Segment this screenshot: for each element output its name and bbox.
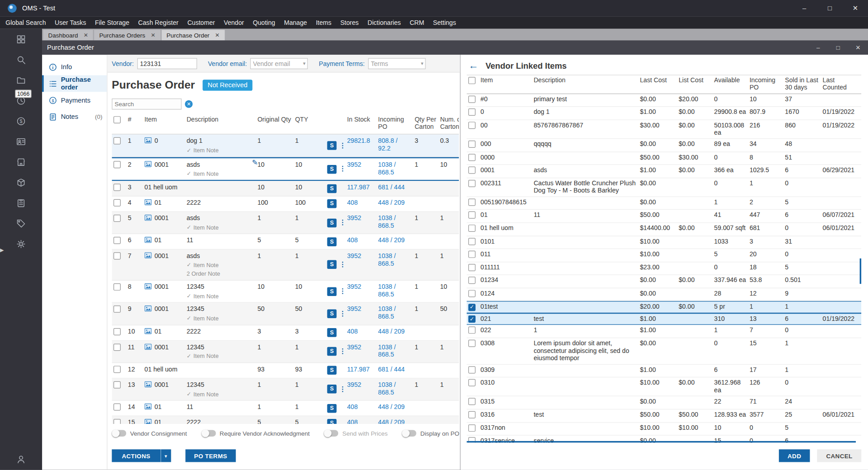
row-checkbox[interactable] xyxy=(468,290,476,297)
po-table-row[interactable]: 13000112345✓Item Note11S⋮39521038 / 868.… xyxy=(112,378,459,400)
row-checkbox[interactable] xyxy=(468,238,476,245)
clear-search-icon[interactable]: ✕ xyxy=(185,100,193,108)
in-stock-link[interactable]: 3952 xyxy=(347,283,361,290)
horizontal-scrollbar[interactable] xyxy=(467,441,856,443)
linked-item-row[interactable]: 0dog 1$1.00$0.0029900.8 ea807.9167001/19… xyxy=(467,107,861,120)
in-stock-link[interactable]: 3952 xyxy=(347,252,361,259)
row-checkbox[interactable] xyxy=(468,340,476,347)
linked-item-row[interactable]: 0101$10.001033331 xyxy=(467,236,861,249)
in-stock-link[interactable]: 117.987 xyxy=(347,366,370,372)
search-input[interactable] xyxy=(112,99,181,109)
menu-crm[interactable]: CRM xyxy=(405,19,429,26)
row-checkbox[interactable] xyxy=(113,419,121,424)
menu-customer[interactable]: Customer xyxy=(183,19,220,26)
row-checkbox[interactable] xyxy=(113,137,121,145)
cancel-button[interactable]: CANCEL xyxy=(817,449,862,462)
linked-item-row[interactable]: 0001asds$1.00$0.00366 ea1029.5606/29/202… xyxy=(467,165,861,178)
in-stock-link[interactable]: 408 xyxy=(347,419,358,424)
column-header[interactable]: Last Cost xyxy=(638,75,677,94)
menu-file-storage[interactable]: File Storage xyxy=(90,19,134,26)
row-checkbox[interactable] xyxy=(468,379,476,386)
toggle-switch[interactable] xyxy=(201,430,216,437)
linked-item-row[interactable]: 0085767867867867$30.00$0.0050103.008 ea2… xyxy=(467,120,861,139)
inventory-icon[interactable] xyxy=(16,178,26,188)
linked-item-row[interactable]: #0primary test$0.00$20.0001037 xyxy=(467,94,861,107)
column-header[interactable]: Num. of Cartons xyxy=(439,114,459,134)
row-checkbox[interactable] xyxy=(113,328,121,335)
incoming-po-link[interactable]: 1038 / 868.5 xyxy=(378,343,396,358)
tasks-icon[interactable] xyxy=(16,198,26,208)
linked-item-row[interactable]: ✓021test$1.0031013601/19/2022 xyxy=(467,313,861,325)
po-table-row[interactable]: 11000112345✓Item Note11S⋮39521038 / 868.… xyxy=(112,341,459,363)
menu-global-search[interactable]: Global Search xyxy=(1,19,50,26)
stock-button[interactable]: S xyxy=(327,310,337,319)
in-stock-link[interactable]: 408 xyxy=(347,328,358,335)
incoming-po-link[interactable]: 808.8 / 92.2 xyxy=(378,137,397,152)
menu-quoting[interactable]: Quoting xyxy=(248,19,279,26)
incoming-po-link[interactable]: 448 / 209 xyxy=(378,237,405,244)
column-header[interactable]: Description xyxy=(185,114,256,134)
row-checkbox[interactable] xyxy=(468,398,476,405)
column-header[interactable]: Incoming PO xyxy=(748,75,783,94)
in-stock-link[interactable]: 3952 xyxy=(347,161,361,168)
row-checkbox[interactable]: ✓ xyxy=(468,315,476,323)
column-header[interactable]: In Stock xyxy=(345,114,377,134)
po-table-row[interactable]: 1501222255S408448 / 209 xyxy=(112,416,459,424)
item-image-icon[interactable] xyxy=(145,343,152,352)
row-checkbox[interactable] xyxy=(468,424,476,432)
stock-button[interactable]: S xyxy=(327,164,337,174)
vertical-scrollbar[interactable] xyxy=(860,258,862,284)
linked-item-row[interactable]: 002311Cactus Water Bottle Cruncher Plush… xyxy=(467,178,861,197)
po-table-row[interactable]: 4012222100100S408448 / 209 xyxy=(112,197,459,212)
item-image-icon[interactable] xyxy=(145,215,152,223)
payment-terms-select[interactable]: Terms ▾ xyxy=(368,58,425,69)
po-table-row[interactable]: 1001222233S408448 / 209 xyxy=(112,325,459,341)
cash-icon[interactable]: $ xyxy=(16,116,26,126)
linked-item-row[interactable]: 0310$10.00$0.003612.968 ea1260 xyxy=(467,377,861,396)
maximize-icon[interactable]: □ xyxy=(817,0,842,17)
search-icon[interactable] xyxy=(16,55,26,65)
column-header[interactable]: Item xyxy=(479,75,532,94)
linked-item-row[interactable]: 0221$1.00170 xyxy=(467,325,861,338)
in-stock-link[interactable]: 408 xyxy=(347,237,358,244)
menu-user-tasks[interactable]: User Tasks xyxy=(50,19,90,26)
incoming-po-link[interactable]: 1038 / 868.5 xyxy=(378,215,396,229)
stock-button[interactable]: S xyxy=(327,237,337,246)
item-image-icon[interactable] xyxy=(145,237,152,245)
nav-purchase-order[interactable]: Purchase order xyxy=(42,75,107,92)
in-stock-link[interactable]: 3952 xyxy=(347,215,361,221)
incoming-po-link[interactable]: 681 / 444 xyxy=(378,366,405,372)
add-button[interactable]: ADD xyxy=(778,449,810,462)
row-checkbox[interactable] xyxy=(468,277,476,284)
in-stock-link[interactable]: 408 xyxy=(347,199,358,206)
store-icon[interactable] xyxy=(16,157,26,167)
row-checkbox[interactable] xyxy=(468,154,476,161)
menu-dictionaries[interactable]: Dictionaries xyxy=(363,19,405,26)
po-table-row[interactable]: 8000112345✓Item Note1010S⋮39521038 / 868… xyxy=(112,281,459,303)
linked-item-row[interactable]: 0000$50.00$30.000851 xyxy=(467,152,861,165)
incoming-po-link[interactable]: 448 / 209 xyxy=(378,199,405,206)
row-checkbox[interactable]: ✓ xyxy=(468,304,476,311)
linked-item-row[interactable]: 011111$23.000185 xyxy=(467,262,861,275)
row-checkbox[interactable] xyxy=(468,225,476,232)
in-stock-link[interactable]: 408 xyxy=(347,404,358,410)
file-storage-icon[interactable] xyxy=(16,75,26,85)
menu-stores[interactable]: Stores xyxy=(336,19,363,26)
stock-button[interactable]: S xyxy=(327,260,337,269)
po-table-row[interactable]: 9000112345✓Item Note5050S⋮39521038 / 868… xyxy=(112,303,459,325)
in-stock-link[interactable]: 3952 xyxy=(347,306,361,312)
linked-item-row[interactable]: 000qqqqq$0.00$0.0089 ea3448 xyxy=(467,139,861,152)
po-table-row[interactable]: 70001asds✓Item Note2 Order Note11S⋮39521… xyxy=(112,249,459,281)
stock-button[interactable]: S xyxy=(327,141,337,150)
item-image-icon[interactable] xyxy=(145,404,152,412)
po-table-row[interactable]: 1201 hell uom9393S117.987681 / 444 xyxy=(112,363,459,378)
close-icon[interactable]: ✕ xyxy=(843,0,868,17)
linked-item-row[interactable]: ✓01test$20.00$0.005 pr11 xyxy=(467,301,861,313)
po-table-row[interactable]: 10dog 1✓Item Note11S⋮29821.8808.8 / 92.2… xyxy=(112,135,459,157)
linked-item-row[interactable]: 0308Lorem ipsum dolor sit amet, consecte… xyxy=(467,338,861,364)
menu-vendor[interactable]: Vendor xyxy=(219,19,248,26)
row-checkbox[interactable] xyxy=(468,366,476,373)
menu-settings[interactable]: Settings xyxy=(429,19,460,26)
linked-item-row[interactable]: 0051907848615$0.00125 xyxy=(467,197,861,210)
item-image-icon[interactable] xyxy=(145,199,152,207)
